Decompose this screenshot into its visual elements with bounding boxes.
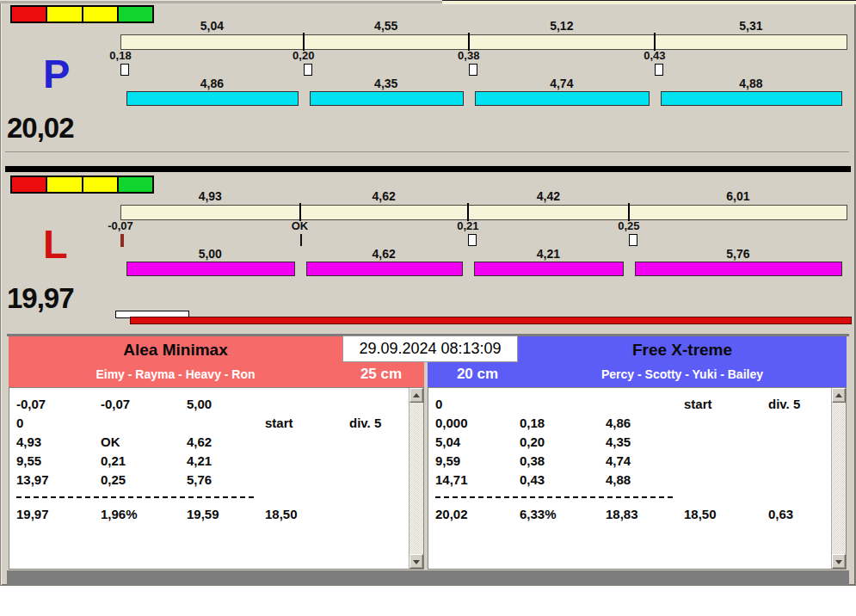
total-row-cell: 18,83 (606, 507, 638, 521)
table-cell: 0,21 (101, 453, 126, 468)
table-cell: start (265, 416, 293, 430)
split-time-label: 4,55 (304, 19, 469, 33)
lane-letter: P (43, 53, 70, 94)
datetime-display: 29.09.2024 08:13:09 (342, 336, 518, 362)
lane-p: P20,025,040,184,864,550,204,355,120,384,… (0, 3, 856, 153)
run-time-label: 5,76 (629, 247, 847, 261)
table-cell: -0,07 (16, 397, 46, 411)
timing-app: Alea Minimax Eimy - Rayma - Heavy - Ron … (0, 0, 856, 616)
total-row-cell: 6,33% (520, 507, 557, 521)
split-time-label: 4,62 (300, 189, 468, 203)
total-row-cell: 18,50 (265, 507, 298, 521)
traffic-light-segment (47, 177, 81, 192)
run-time-label: 4,35 (304, 77, 469, 90)
traffic-light-segment (12, 7, 46, 22)
table-cell: OK (101, 434, 120, 449)
table-cell: 4,93 (16, 434, 41, 449)
table-cell: 0,38 (520, 453, 545, 468)
split-time-label: 4,42 (468, 189, 629, 203)
lane-l: L19,974,93-0,075,004,62OK4,624,420,214,2… (0, 174, 856, 323)
total-row-cell: 19,97 (16, 507, 49, 521)
vertical-scrollbar[interactable] (831, 388, 846, 569)
vertical-scrollbar[interactable] (409, 388, 423, 569)
table-cell: 5,04 (435, 434, 460, 449)
table-cell: 4,35 (606, 434, 631, 449)
lane-total-time: 19,97 (7, 284, 74, 312)
run-time-bar-segment (635, 262, 842, 276)
gap-checkbox[interactable] (629, 234, 637, 246)
gap-tick-marker (300, 234, 302, 246)
scroll-up-button[interactable] (832, 388, 846, 403)
team-members: Eimy - Rayma - Heavy - Ron (9, 367, 342, 381)
run-time-label: 4,86 (120, 77, 304, 90)
table-cell: 0 (435, 397, 442, 411)
gap-time-label: -0,07 (93, 219, 148, 232)
arrow-up-icon (413, 393, 420, 397)
gap-time-label: OK (273, 219, 328, 232)
run-time-bar-segment (475, 91, 650, 106)
table-cell: 0 (16, 416, 23, 430)
gap-checkbox[interactable] (120, 64, 129, 76)
table-cell: 13,97 (16, 472, 49, 487)
split-time-label: 5,12 (469, 19, 655, 33)
gap-checkbox[interactable] (469, 64, 477, 76)
split-divider-tick (467, 203, 469, 221)
team-name: Free X-treme (518, 341, 847, 360)
split-time-bar (120, 34, 847, 50)
scroll-down-button[interactable] (832, 554, 846, 569)
run-time-label: 4,62 (300, 247, 468, 261)
split-divider-tick (654, 33, 656, 51)
split-divider-tick (628, 203, 630, 221)
table-cell: div. 5 (349, 416, 381, 430)
gap-time-label: 0,20 (276, 49, 331, 62)
gap-checkbox[interactable] (655, 64, 663, 76)
table-cell: 14,71 (435, 472, 468, 487)
table-cell: div. 5 (768, 397, 800, 411)
run-time-bar-segment (661, 91, 842, 106)
table-cell: 0,43 (520, 472, 545, 487)
jump-height-label: 25 cm (347, 366, 416, 383)
gap-time-label: 0,21 (440, 219, 496, 232)
run-time-label: 5,00 (120, 247, 300, 261)
run-time-bar-segment (310, 91, 464, 106)
table-separator (435, 496, 673, 498)
table-cell: 5,76 (187, 472, 212, 487)
traffic-light-segment (83, 177, 117, 192)
gap-tick-marker (120, 234, 124, 247)
table-cell: 4,74 (606, 453, 631, 468)
run-time-bar-segment (126, 91, 299, 106)
table-separator (16, 496, 254, 498)
traffic-light-segment (83, 7, 117, 22)
table-cell: 4,21 (187, 453, 212, 468)
run-time-bar-segment (126, 262, 295, 276)
traffic-light-segment (47, 7, 81, 22)
table-cell: 4,86 (606, 416, 631, 430)
gap-checkbox[interactable] (304, 64, 312, 76)
team-members: Percy - Scotty - Yuki - Bailey (518, 367, 847, 381)
status-bar (7, 570, 849, 585)
split-time-label: 5,31 (655, 19, 847, 33)
gap-time-label: 0,38 (441, 49, 496, 62)
results-panel-left: -0,07-0,075,000startdiv. 54,93OK4,629,55… (9, 387, 424, 570)
split-time-label: 5,04 (120, 19, 304, 33)
gap-time-label: 0,43 (627, 49, 682, 62)
run-time-label: 4,88 (655, 77, 847, 90)
table-cell: 0,20 (520, 434, 545, 449)
table-cell: -0,07 (101, 397, 130, 411)
split-time-bar (120, 205, 847, 220)
table-cell: 4,62 (187, 434, 212, 449)
scroll-up-button[interactable] (410, 388, 423, 403)
lane-letter: L (43, 224, 68, 264)
split-time-label: 6,01 (629, 189, 847, 203)
table-cell: 0,25 (101, 472, 126, 487)
jump-height-label: 20 cm (443, 366, 512, 383)
split-time-label: 4,93 (120, 189, 300, 203)
arrow-down-icon (835, 560, 842, 564)
lane-divider-bar (5, 166, 851, 172)
total-row-cell: 18,50 (684, 507, 717, 521)
run-time-bar-segment (474, 262, 624, 276)
gap-checkbox[interactable] (468, 234, 477, 246)
results-table: 0startdiv. 50,0000,184,865,040,204,359,5… (428, 388, 831, 569)
scroll-down-button[interactable] (410, 554, 423, 569)
run-time-bar-segment (306, 262, 463, 276)
